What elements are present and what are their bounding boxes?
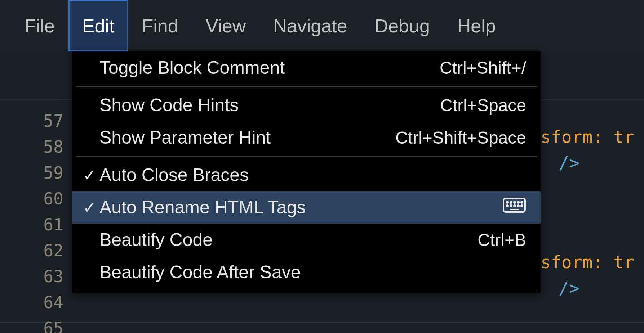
menu-item-label: Toggle Block Comment [99,57,440,78]
line-number: 58 [0,134,63,160]
svg-point-5 [521,202,523,203]
svg-point-4 [518,202,519,203]
menu-item-auto-close-braces[interactable]: ✓ Auto Close Braces [72,159,541,191]
menubar-find[interactable]: Find [128,0,192,51]
menu-item-label: Beautify Code After Save [99,262,526,283]
line-number: 60 [0,186,63,212]
menubar: File Edit Find View Navigate Debug Help [0,0,644,51]
menu-item-label: Auto Rename HTML Tags [99,197,502,218]
svg-point-3 [514,202,515,203]
menu-item-auto-rename-html-tags[interactable]: ✓ Auto Rename HTML Tags [72,191,541,224]
svg-point-8 [514,205,515,207]
menubar-view[interactable]: View [192,0,260,51]
menubar-edit[interactable]: Edit [68,0,128,51]
menubar-help[interactable]: Help [444,0,510,51]
check-icon: ✓ [83,198,99,217]
edit-menu-dropdown: Toggle Block Comment Ctrl+Shift+/ Show C… [72,51,541,293]
svg-point-6 [507,205,508,207]
code-fragment: /> [559,278,579,298]
menu-separator [76,86,537,87]
code-fragment: /> [559,153,579,173]
menu-item-shortcut: Ctrl+Space [440,95,526,115]
check-icon: ✓ [83,166,99,184]
menubar-debug[interactable]: Debug [361,0,444,51]
svg-point-10 [521,205,523,207]
menu-item-show-parameter-hint[interactable]: Show Parameter Hint Ctrl+Shift+Space [72,121,541,154]
line-number: 64 [0,289,63,315]
menu-item-label: Show Code Hints [99,95,440,116]
line-number: 65 [0,315,63,333]
menu-item-label: Show Parameter Hint [99,127,395,148]
editor-divider-bottom [0,322,644,323]
line-number-gutter: 57 58 59 60 61 62 63 64 65 [0,108,68,333]
menu-separator [76,291,537,291]
line-number: 62 [0,238,63,264]
menu-item-show-code-hints[interactable]: Show Code Hints Ctrl+Space [72,89,541,121]
svg-point-2 [510,202,512,203]
menubar-navigate[interactable]: Navigate [259,0,361,51]
menu-item-toggle-block-comment[interactable]: Toggle Block Comment Ctrl+Shift+/ [72,51,541,84]
svg-point-7 [510,205,512,207]
menu-separator [76,156,537,157]
svg-point-9 [518,205,519,207]
code-fragment: sform: tr [541,252,634,272]
line-number: 63 [0,264,63,289]
keyboard-icon [502,197,526,218]
line-number: 59 [0,160,63,186]
menu-item-label: Beautify Code [99,229,478,250]
menu-item-label: Auto Close Braces [99,165,526,185]
menu-item-shortcut: Ctrl+Shift+Space [395,128,526,148]
menu-item-shortcut: Ctrl+B [478,230,526,250]
menubar-file[interactable]: File [11,0,68,51]
line-number: 57 [0,108,63,134]
menu-item-shortcut: Ctrl+Shift+/ [440,58,526,78]
svg-point-1 [507,202,508,203]
menu-item-beautify-code-after-save[interactable]: Beautify Code After Save [72,256,541,288]
menu-item-beautify-code[interactable]: Beautify Code Ctrl+B [72,224,541,256]
line-number: 61 [0,212,63,238]
code-fragment: sform: tr [541,127,634,147]
